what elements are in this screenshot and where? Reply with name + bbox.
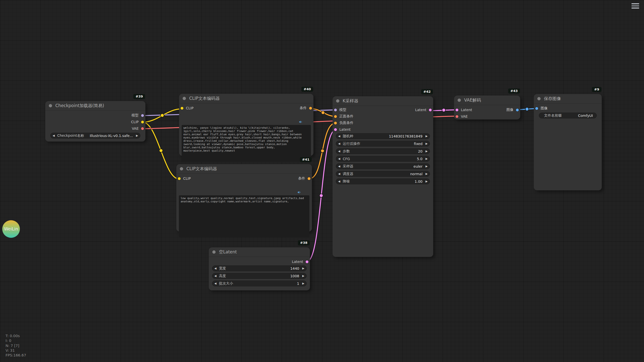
input-slot-clip[interactable]: CLIP [179, 106, 193, 110]
widget-filename-prefix[interactable]: 文件名前缀 ComfyUI [539, 113, 597, 118]
model-slot-dot[interactable] [141, 114, 144, 117]
speaker-icon[interactable] [299, 120, 303, 124]
decrement-arrow-icon[interactable]: ◀ [338, 180, 340, 183]
decrement-arrow-icon[interactable]: ◀ [338, 134, 340, 138]
increment-arrow-icon[interactable]: ▶ [426, 172, 428, 175]
increment-arrow-icon[interactable]: ▶ [426, 150, 428, 153]
menu-hamburger-icon[interactable] [631, 3, 639, 10]
node-save-image[interactable]: #9 保存图像 图像 文件名前缀 ComfyUI [534, 94, 602, 190]
node-vae-decode[interactable]: #43 VAE解码 Latent 图像 VAE [454, 96, 520, 119]
link-latent-out-wire [431, 110, 457, 111]
widget-batch-size[interactable]: ◀ 批次大小 1 ▶ [212, 281, 307, 286]
node-title: Checkpoint加载器(简易) [55, 103, 104, 109]
decrement-arrow-icon[interactable]: ◀ [214, 274, 216, 278]
increment-arrow-icon[interactable]: ▶ [426, 157, 428, 160]
widget-height[interactable]: ◀ 高度 1008 ▶ [212, 273, 307, 279]
increment-arrow-icon[interactable]: ▶ [426, 134, 428, 138]
conditioning-slot-dot[interactable] [309, 107, 312, 110]
clip-slot-dot[interactable] [178, 177, 181, 180]
collapse-dot-icon[interactable] [336, 99, 339, 103]
node-clip-encoder-positive[interactable]: #40 CLIP文本编码器 CLIP 条件 welchino, yanyo \(… [179, 94, 313, 156]
positive-prompt-textarea[interactable]: welchino, yanyo \(ogino atsuki\), kita \… [182, 125, 311, 162]
input-slot-latent[interactable]: Latent [454, 108, 472, 112]
output-slot-model[interactable]: 模型 [132, 113, 145, 118]
widget-width[interactable]: ◀ 宽度 1440 ▶ [212, 265, 307, 271]
model-slot-dot[interactable] [334, 108, 337, 112]
decrement-arrow-icon[interactable]: ◀ [214, 267, 216, 270]
collapse-dot-icon[interactable] [212, 250, 216, 254]
input-slot-positive[interactable]: 正面条件 [333, 114, 353, 119]
node-ksampler[interactable]: #42 K采样器 模型 Latent 正面条件 [333, 96, 433, 257]
input-slot-vae[interactable]: VAE [454, 114, 468, 118]
input-slot-model[interactable]: 模型 [333, 108, 346, 112]
decrement-arrow-icon[interactable]: ◀ [338, 172, 340, 175]
widget-control-after-generate[interactable]: ◀ 运行后操作 fixed ▶ [336, 141, 430, 147]
widget-checkpoint-name[interactable]: ◀ Checkpoint名称 Illustrious-XL-v0.1.safe.… [50, 133, 140, 139]
widget-denoise[interactable]: ◀ 降噪 1.00 ▶ [336, 178, 430, 184]
node-header[interactable]: K采样器 [333, 96, 433, 106]
widget-scheduler[interactable]: ◀ 调度器 normal ▶ [336, 171, 430, 177]
decrement-arrow-icon[interactable]: ◀ [338, 157, 340, 160]
latent-slot-dot[interactable] [429, 108, 432, 112]
decrement-arrow-icon[interactable]: ◀ [338, 150, 340, 153]
output-slot-latent[interactable]: Latent [292, 260, 310, 264]
input-slot-clip[interactable]: CLIP [176, 176, 191, 180]
collapse-dot-icon[interactable] [49, 104, 52, 107]
conditioning-slot-dot[interactable] [307, 177, 311, 180]
node-header[interactable]: 空Latent [209, 247, 310, 257]
increment-arrow-icon[interactable]: ▶ [302, 282, 304, 285]
decrement-arrow-icon[interactable]: ◀ [338, 165, 340, 168]
node-checkpoint-loader[interactable]: #39 Checkpoint加载器(简易) 模型 CLIP VAE [45, 101, 145, 142]
image-slot-dot[interactable] [516, 108, 519, 112]
increment-arrow-icon[interactable]: ▶ [136, 134, 138, 137]
decrement-arrow-icon[interactable]: ◀ [53, 134, 55, 137]
node-header[interactable]: 保存图像 [534, 94, 602, 104]
latent-slot-dot[interactable] [305, 260, 309, 263]
output-slot-clip[interactable]: CLIP [131, 120, 145, 124]
increment-arrow-icon[interactable]: ▶ [302, 267, 304, 270]
increment-arrow-icon[interactable]: ▶ [426, 180, 428, 183]
widget-steps[interactable]: ◀ 步数 20 ▶ [336, 148, 430, 154]
widget-sampler-name[interactable]: ◀ 采样器 euler ▶ [336, 163, 430, 169]
node-graph-canvas[interactable]: #39 Checkpoint加载器(简易) 模型 CLIP VAE [0, 0, 644, 362]
output-slot-latent[interactable]: Latent [415, 108, 433, 112]
negative-prompt-textarea[interactable]: low quality,worst quality,normal quality… [179, 195, 309, 237]
output-slot-conditioning[interactable]: 条件 [298, 176, 312, 181]
link-clip-pos-outline [143, 109, 182, 122]
latent-slot-dot[interactable] [455, 108, 459, 112]
increment-arrow-icon[interactable]: ▶ [426, 165, 428, 168]
node-header[interactable]: CLIP文本编码器 [179, 94, 313, 103]
collapse-dot-icon[interactable] [537, 97, 541, 100]
node-clip-encoder-negative[interactable]: #41 CLIP文本编码器 CLIP 条件 low quality,worst … [176, 164, 312, 232]
widget-cfg[interactable]: ◀ CFG 5.0 ▶ [336, 156, 430, 162]
vae-slot-dot[interactable] [455, 115, 459, 118]
weilin-plugin-button[interactable]: WeiLin [2, 220, 20, 238]
collapse-dot-icon[interactable] [180, 167, 183, 170]
input-slot-latent[interactable]: Latent [333, 127, 351, 131]
decrement-arrow-icon[interactable]: ◀ [214, 282, 216, 285]
collapse-dot-icon[interactable] [183, 97, 186, 100]
input-slot-image[interactable]: 图像 [534, 106, 548, 111]
output-slot-vae[interactable]: VAE [132, 126, 145, 130]
input-slot-negative[interactable]: 负面条件 [333, 121, 353, 125]
node-header[interactable]: Checkpoint加载器(简易) [45, 101, 145, 111]
increment-arrow-icon[interactable]: ▶ [426, 142, 428, 145]
conditioning-slot-dot[interactable] [334, 115, 337, 118]
speaker-icon[interactable] [297, 190, 301, 194]
decrement-arrow-icon[interactable]: ◀ [338, 142, 340, 145]
increment-arrow-icon[interactable]: ▶ [302, 274, 304, 278]
latent-slot-dot[interactable] [334, 128, 337, 131]
widget-seed[interactable]: ◀ 随机种 114830176381849 ▶ [336, 133, 430, 139]
node-header[interactable]: VAE解码 [454, 96, 520, 105]
output-slot-image[interactable]: 图像 [506, 108, 520, 112]
link-clip-pos-wire [143, 109, 182, 122]
node-empty-latent[interactable]: #38 空Latent Latent ◀ 宽度 1440 ▶ ◀ 高度 1008 [209, 247, 310, 290]
image-slot-dot[interactable] [535, 107, 538, 110]
conditioning-slot-dot[interactable] [334, 121, 337, 125]
clip-slot-dot[interactable] [180, 107, 184, 110]
node-header[interactable]: CLIP文本编码器 [176, 164, 312, 174]
vae-slot-dot[interactable] [141, 127, 144, 130]
collapse-dot-icon[interactable] [458, 99, 461, 102]
clip-slot-dot[interactable] [141, 120, 144, 124]
output-slot-conditioning[interactable]: 条件 [300, 106, 313, 110]
